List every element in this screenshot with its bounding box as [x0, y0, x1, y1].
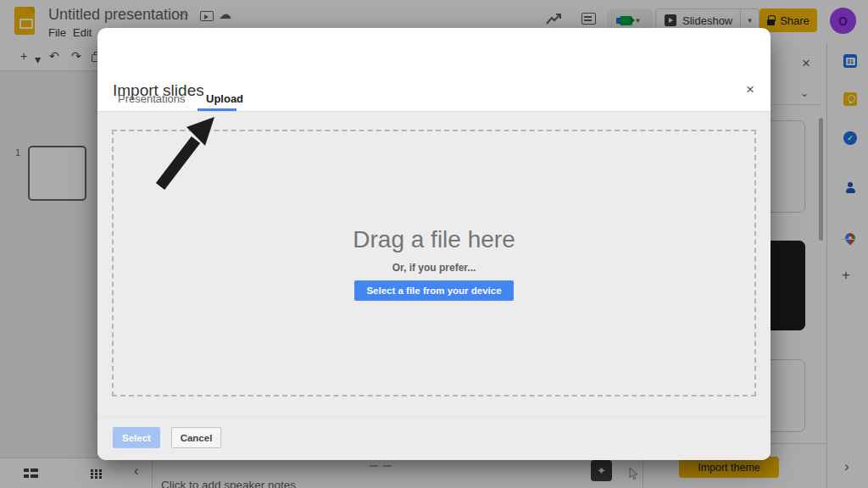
select-button[interactable]: Select	[113, 427, 160, 448]
file-dropzone[interactable]: Drag a file here Or, if you prefer... Se…	[112, 130, 756, 396]
google-slides-app: Untitled presentation ☆ ☁ File Edit ▾ Sl…	[0, 0, 868, 488]
select-file-button[interactable]: Select a file from your device	[354, 280, 513, 301]
close-icon[interactable]: ×	[741, 80, 760, 99]
dialog-body: Drag a file here Or, if you prefer... Se…	[97, 111, 771, 460]
tab-presentations[interactable]: Presentations	[113, 92, 191, 106]
dropzone-heading: Drag a file here	[353, 226, 515, 253]
dropzone-subtext: Or, if you prefer...	[392, 262, 476, 274]
divider	[97, 416, 771, 417]
tab-upload[interactable]: Upload	[201, 92, 248, 106]
cancel-button[interactable]: Cancel	[171, 427, 221, 448]
import-slides-dialog: Import slides × Presentations Upload Dra…	[97, 28, 771, 460]
